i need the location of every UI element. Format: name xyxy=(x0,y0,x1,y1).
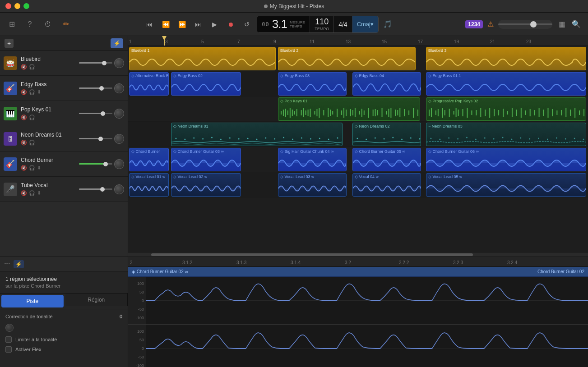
checkbox-flex[interactable] xyxy=(5,346,12,353)
clip-bluebird-2[interactable]: Bluebird 2 xyxy=(278,47,416,70)
svg-point-98 xyxy=(310,138,311,140)
volume-slider-chordburner[interactable] xyxy=(79,163,112,165)
record-icon-edgybass[interactable]: ⬇ xyxy=(37,89,41,95)
clip-vocal-2[interactable]: ◇ Vocal Lead 02 ∞ xyxy=(171,173,241,197)
svg-point-102 xyxy=(357,138,358,139)
mute-icon-chordburner[interactable]: 🔇 xyxy=(21,165,27,171)
clip-guitar-3[interactable]: ◇ Big Hair Guitar Chunk 04 ∞ xyxy=(278,148,347,171)
svg-rect-57 xyxy=(471,110,472,115)
headphone-icon-popkeys[interactable]: 🎧 xyxy=(29,115,35,120)
fast-forward-button[interactable]: ⏩ xyxy=(176,19,187,30)
track-controls-edgybass: 🔇 🎧 ⬇ xyxy=(21,89,75,95)
browser-icon[interactable]: 🔍 xyxy=(571,19,581,29)
clip-guitar-5[interactable]: ◇ Chord Burner Guitar 06 ∞ xyxy=(426,148,586,171)
maximize-button[interactable] xyxy=(23,3,29,9)
pan-knob-bluebird[interactable] xyxy=(114,58,124,68)
clip-vocal-3[interactable]: ◇ Vocal Lead 03 ∞ xyxy=(278,173,347,197)
volume-slider-tubevocal[interactable] xyxy=(79,188,112,190)
checkbox-limit[interactable] xyxy=(5,336,12,343)
mute-icon-bluebird[interactable]: 🔇 xyxy=(21,64,27,70)
to-start-button[interactable]: ⏭ xyxy=(193,19,204,30)
svg-rect-81 xyxy=(579,110,580,115)
tuning-fork-icon[interactable]: 🎵 xyxy=(383,20,392,29)
user-badge[interactable]: 1234 xyxy=(465,20,483,28)
clip-guitar-2[interactable]: ◇ Chord Burner Guitar 03 ∞ xyxy=(171,148,241,171)
ruler-tick-15: 15 xyxy=(382,39,387,44)
minimize-button[interactable] xyxy=(14,3,20,9)
close-button[interactable] xyxy=(5,3,11,9)
clip-vocal-1[interactable]: ◇ Vocal Lead 01 ∞ xyxy=(129,173,169,197)
volume-slider-bluebird[interactable] xyxy=(79,62,112,64)
track-icon-edgybass: 🎸 xyxy=(4,82,17,95)
pan-knob-popkeys[interactable] xyxy=(114,109,124,119)
svg-rect-32 xyxy=(375,109,376,116)
help-icon[interactable]: ? xyxy=(25,19,35,29)
editor-params: Correction de tonalité 0 Limiter à la to… xyxy=(0,309,128,361)
headphone-icon-neondreams[interactable]: 🎧 xyxy=(29,140,35,146)
clip-bluebird-3[interactable]: Bluebird 3 xyxy=(426,47,586,70)
mute-icon-tubevocal[interactable]: 🔇 xyxy=(21,190,27,196)
clip-guitar-4[interactable]: ◇ Chord Burner Guitar 05 ∞ xyxy=(352,148,421,171)
mixer-icon[interactable]: ▦ xyxy=(557,19,567,29)
smarttempo-icon[interactable]: ⏱ xyxy=(43,19,53,29)
media-library-icon[interactable]: ⊞ xyxy=(7,19,17,29)
clip-bass-5[interactable]: ◇ Edgy Bass 01.1 xyxy=(426,72,586,96)
clip-bass-3[interactable]: ◇ Edgy Bass 03 xyxy=(278,72,347,96)
headphone-icon-edgybass[interactable]: 🎧 xyxy=(29,89,35,95)
traffic-lights[interactable] xyxy=(5,3,29,9)
arrange-scrollbar-thumb[interactable] xyxy=(151,253,473,256)
volume-slider-popkeys[interactable] xyxy=(79,113,112,114)
smart-controls-button[interactable]: ⚡ xyxy=(111,38,123,48)
headphone-icon-tubevocal[interactable]: 🎧 xyxy=(29,190,35,196)
clip-bass-4[interactable]: ◇ Edgy Bass 04 xyxy=(352,72,421,96)
arrange-scrollbar[interactable] xyxy=(128,252,588,257)
pencil-icon[interactable]: ✏ xyxy=(61,19,71,29)
clip-guitar-1[interactable]: ◇ Chord Burner xyxy=(129,148,169,171)
svg-rect-65 xyxy=(507,111,508,115)
loop-button[interactable]: ↺ xyxy=(241,19,252,30)
rewind-button[interactable]: ⏮ xyxy=(144,19,155,30)
clip-vocal-4[interactable]: ◇ Vocal 04 ∞ xyxy=(352,173,421,197)
record-icon-tubevocal[interactable]: ⬇ xyxy=(37,190,41,196)
headphone-icon-chordburner[interactable]: 🎧 xyxy=(29,165,35,171)
display-key[interactable]: Cmaj ▾ xyxy=(352,16,378,32)
record-icon-chordburner[interactable]: ⬇ xyxy=(37,165,41,171)
master-volume-slider[interactable] xyxy=(498,20,552,29)
play-button[interactable]: ▶ xyxy=(209,19,220,30)
svg-rect-50 xyxy=(444,110,445,115)
mute-icon-popkeys[interactable]: 🔇 xyxy=(21,115,27,120)
tab-piste[interactable]: Piste xyxy=(1,295,64,307)
correction-knob[interactable] xyxy=(5,324,14,332)
warning-icon[interactable]: ⚠ xyxy=(487,20,494,28)
svg-rect-30 xyxy=(368,108,369,118)
add-track-button[interactable]: + xyxy=(5,39,14,48)
pan-knob-neondreams[interactable] xyxy=(114,134,124,144)
clip-neon-1[interactable]: ◇ Neon Dreams 01 xyxy=(171,123,343,146)
waveform-edit-icon[interactable]: 〰 xyxy=(5,261,10,267)
pan-knob-chordburner[interactable] xyxy=(114,159,124,169)
headphone-icon-bluebird[interactable]: 🎧 xyxy=(29,64,35,70)
clip-bass-1[interactable]: ◇ Alternative Rock Bass 01 xyxy=(129,72,169,96)
clip-neon-3[interactable]: ~ Neon Dreams 03 xyxy=(426,123,586,146)
pan-knob-tubevocal[interactable] xyxy=(114,184,124,194)
mute-icon-neondreams[interactable]: 🔇 xyxy=(21,140,27,146)
master-slider-track xyxy=(498,23,552,25)
clip-keys-1[interactable]: ◇ Pop Keys 01 xyxy=(278,97,420,121)
svg-point-93 xyxy=(265,138,266,139)
mute-icon-edgybass[interactable]: 🔇 xyxy=(21,89,27,95)
clip-neon-2[interactable]: ◇ Neon Dreams 02 xyxy=(352,123,421,146)
tab-region[interactable]: Région xyxy=(65,294,128,306)
pan-knob-edgybass[interactable] xyxy=(114,83,124,93)
smart-controls-icon[interactable]: ⚡ xyxy=(14,260,24,268)
clip-vocal-5[interactable]: ◇ Vocal Lead 05 ∞ xyxy=(426,173,586,197)
volume-slider-edgybass[interactable] xyxy=(79,87,112,89)
volume-slider-neondreams[interactable] xyxy=(79,138,112,139)
tracks-area: Bluebird 1 Bluebird 2 Bluebird 3 xyxy=(128,46,588,252)
master-slider-thumb[interactable] xyxy=(530,21,537,28)
record-button[interactable]: ⏺ xyxy=(225,19,236,30)
fast-rewind-button[interactable]: ⏪ xyxy=(160,19,171,30)
clip-bass-2[interactable]: ◇ Edgy Bass 02 xyxy=(171,72,241,96)
display-labels: MESURE TEMPS xyxy=(290,20,305,28)
clip-bluebird-1[interactable]: Bluebird 1 xyxy=(129,47,276,70)
clip-keys-2[interactable]: ◇ Progressive Pop Keys 02 xyxy=(426,97,586,121)
